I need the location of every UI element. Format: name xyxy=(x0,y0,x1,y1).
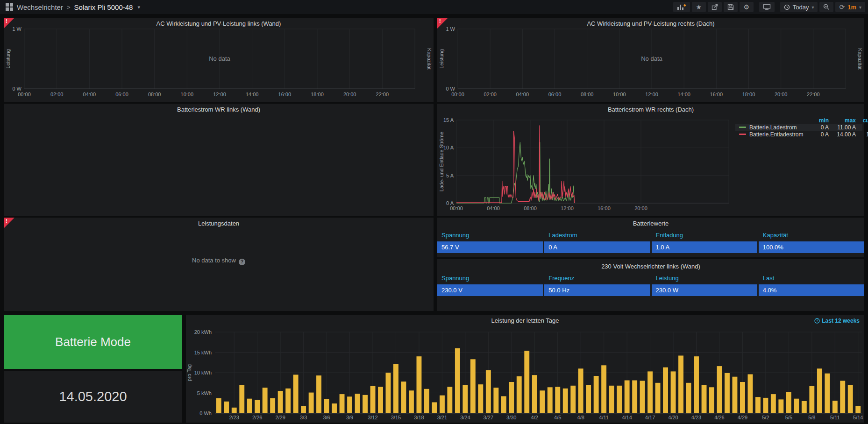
svg-text:3/9: 3/9 xyxy=(346,415,353,420)
table-value-cell: 230.0 V xyxy=(437,284,543,296)
table-value-cell: 0 A xyxy=(544,241,650,253)
svg-text:00:00: 00:00 xyxy=(18,92,31,97)
table-column-header[interactable]: Spannung xyxy=(437,274,543,283)
breadcrumb-folder[interactable]: Wechselrichter xyxy=(17,3,63,11)
panel-leistung-letzte-tage: Leistung der letzten Tage Last 12 weeks … xyxy=(186,315,864,423)
legend-sort-min[interactable]: min xyxy=(810,117,829,124)
panel-title[interactable]: 230 Volt Wechselrichter links (Wand) xyxy=(437,263,864,270)
cycle-view-mode-button[interactable] xyxy=(759,2,775,12)
batteriewerte-table: SpannungLadestromEntladungKapazität56.7 … xyxy=(437,231,864,253)
panel-title[interactable]: AC Wirkleistung und PV-Leistung rechts (… xyxy=(437,20,864,27)
add-panel-button[interactable] xyxy=(673,2,690,12)
panel-ac-wirkleistung-rechts: ! AC Wirkleistung und PV-Leistung rechts… xyxy=(437,18,864,102)
panel-error-indicator[interactable]: ! xyxy=(4,218,14,228)
grafana-dashboard: Wechselrichter > Solarix Pli 5000-48 ▾ ★ xyxy=(0,0,868,424)
table-column-header[interactable]: Kapazität xyxy=(759,231,864,240)
svg-text:14:00: 14:00 xyxy=(246,92,259,97)
svg-text:06:00: 06:00 xyxy=(115,92,128,97)
svg-text:12:00: 12:00 xyxy=(561,205,574,211)
svg-text:02:00: 02:00 xyxy=(50,92,64,97)
panel-error-indicator[interactable]: ! xyxy=(4,18,14,28)
table-column-header[interactable]: Ladestrom xyxy=(544,231,650,240)
panel-title[interactable]: Leistungsdaten xyxy=(4,220,434,227)
legend-series-name[interactable]: Batterie.Ladestrom xyxy=(736,124,810,131)
svg-text:15 kWh: 15 kWh xyxy=(194,350,212,355)
svg-text:18:00: 18:00 xyxy=(742,92,755,97)
svg-text:4/2: 4/2 xyxy=(531,415,538,420)
svg-text:2/29: 2/29 xyxy=(275,415,285,420)
chevron-down-icon[interactable]: ▾ xyxy=(137,4,140,10)
svg-text:06:00: 06:00 xyxy=(548,92,562,97)
svg-text:20 kWh: 20 kWh xyxy=(194,329,212,335)
legend-sort-current[interactable]: current xyxy=(856,117,868,124)
battery-mode-value: Batterie Mode xyxy=(55,335,131,349)
table-value-cell: 230.0 W xyxy=(652,284,757,296)
time-range-text: Last 12 weeks xyxy=(822,318,860,324)
table-value-cell: 100.0% xyxy=(759,241,864,253)
table-column-header[interactable]: Entladung xyxy=(652,231,757,240)
battery-mode-stat: Batterie Mode xyxy=(4,315,182,369)
svg-text:4/26: 4/26 xyxy=(714,415,724,420)
dashboards-icon[interactable] xyxy=(6,3,13,11)
svg-text:4/29: 4/29 xyxy=(738,415,747,420)
table-column-header[interactable]: Frequenz xyxy=(544,274,650,283)
panel-title[interactable]: Batteriewerte xyxy=(437,220,864,227)
help-icon[interactable]: ? xyxy=(239,259,245,265)
svg-text:3/3: 3/3 xyxy=(300,415,307,420)
dashboard-settings-button[interactable]: ⚙ xyxy=(740,2,754,12)
error-icon: ! xyxy=(439,18,441,24)
panel-title[interactable]: Batteriestrom WR rechts (Dach) xyxy=(437,106,864,113)
legend-series-swatch-icon xyxy=(739,134,746,135)
refresh-interval-label[interactable]: 1m xyxy=(847,4,856,11)
time-picker-button[interactable]: Today ▾ xyxy=(780,2,818,12)
breadcrumb-dashboard-title[interactable]: Solarix Pli 5000-48 xyxy=(74,3,133,11)
clock-icon xyxy=(814,318,820,324)
zoom-out-button[interactable] xyxy=(819,2,833,12)
breadcrumb-separator-icon: > xyxy=(67,4,71,11)
table-value-cell: 56.7 V xyxy=(437,241,543,253)
svg-text:3/18: 3/18 xyxy=(414,415,424,420)
panel-error-indicator[interactable]: ! xyxy=(437,18,448,28)
panel-title[interactable]: Batteriestrom WR links (Wand) xyxy=(4,106,434,113)
legend-header-row: minmaxcurrent xyxy=(735,117,862,124)
panel-title[interactable]: AC Wirkleistung und PV-Leistung links (W… xyxy=(4,20,434,27)
svg-text:Kapazität: Kapazität xyxy=(427,48,432,70)
add-panel-icon xyxy=(677,4,686,11)
panel-batteriestrom-links: Batteriestrom WR links (Wand) xyxy=(4,104,434,216)
svg-text:No data: No data xyxy=(209,55,230,62)
svg-text:5 kWh: 5 kWh xyxy=(197,390,212,396)
svg-text:pro Tag: pro Tag xyxy=(186,364,192,382)
panel-time-range[interactable]: Last 12 weeks xyxy=(814,318,860,324)
date-stat: 14.05.2020 xyxy=(4,371,182,423)
no-data-message: No data to show? xyxy=(4,257,434,265)
svg-text:12:00: 12:00 xyxy=(645,92,658,97)
table-column-header[interactable]: Leistung xyxy=(652,274,757,283)
legend-series-name[interactable]: Batterie.Entladestrom xyxy=(736,131,810,138)
svg-text:4/5: 4/5 xyxy=(554,415,561,420)
save-button[interactable] xyxy=(724,2,738,12)
svg-text:2/23: 2/23 xyxy=(229,415,239,420)
top-navbar: Wechselrichter > Solarix Pli 5000-48 ▾ ★ xyxy=(0,0,868,14)
svg-text:00:00: 00:00 xyxy=(451,92,464,97)
table-column-header[interactable]: Last xyxy=(759,274,864,283)
svg-text:14:00: 14:00 xyxy=(677,92,690,97)
svg-text:3/21: 3/21 xyxy=(437,415,447,420)
table-column-header[interactable]: Spannung xyxy=(437,231,543,240)
svg-text:10 A: 10 A xyxy=(443,145,454,150)
svg-text:Lade- und Entlade Ströme: Lade- und Entlade Ströme xyxy=(439,132,444,191)
230v-table: SpannungFrequenzLeistungLast230.0 V50.0 … xyxy=(437,274,864,296)
svg-text:22:00: 22:00 xyxy=(376,92,389,97)
legend-series-value: 0 A xyxy=(810,124,829,131)
svg-text:2/26: 2/26 xyxy=(252,415,262,420)
legend-sort-max[interactable]: max xyxy=(829,117,856,124)
panel-title[interactable]: Leistung der letzten Tage xyxy=(186,317,864,324)
refresh-button[interactable]: ⟳ 1m ▾ xyxy=(835,2,865,12)
star-button[interactable]: ★ xyxy=(692,2,706,12)
svg-text:5/2: 5/2 xyxy=(762,415,769,420)
legend-series-value: 14.00 A xyxy=(829,131,856,138)
share-button[interactable] xyxy=(708,2,722,12)
svg-text:3/12: 3/12 xyxy=(368,415,377,420)
svg-text:08:00: 08:00 xyxy=(148,92,161,97)
svg-text:00:00: 00:00 xyxy=(450,205,463,211)
chevron-down-icon[interactable]: ▾ xyxy=(859,5,861,10)
